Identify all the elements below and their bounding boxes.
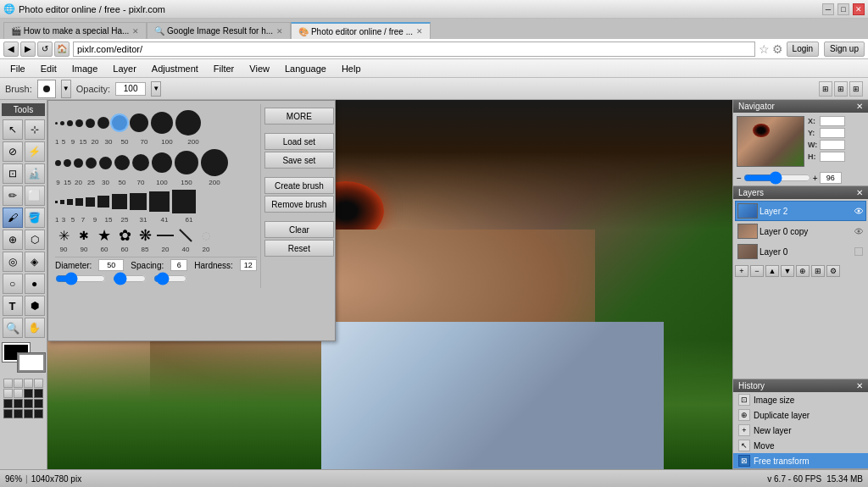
extra-tool-2[interactable] <box>14 379 23 388</box>
sq-3[interactable] <box>67 199 73 205</box>
b2-7[interactable] <box>132 154 149 171</box>
sq-7[interactable] <box>112 194 127 209</box>
special-3[interactable]: ★ <box>96 227 113 244</box>
layers-close[interactable]: ✕ <box>856 188 863 197</box>
layer-down-btn[interactable]: ▼ <box>781 265 794 277</box>
brush-dot-20[interactable] <box>86 119 95 128</box>
extra-tool-12[interactable] <box>34 399 43 408</box>
diameter-input[interactable] <box>98 259 124 271</box>
special-1[interactable]: ✳ <box>55 227 72 244</box>
b2-1[interactable] <box>55 160 61 166</box>
sq-4[interactable] <box>75 198 83 206</box>
tab-3[interactable]: 🎨 Photo editor online / free ... ✕ <box>291 22 431 39</box>
brush-dot-70[interactable] <box>130 113 148 132</box>
special-5[interactable]: ❋ <box>136 227 153 244</box>
spacing-slider[interactable] <box>113 274 147 283</box>
brush-dot-200[interactable] <box>175 110 201 136</box>
brush-dot-5[interactable] <box>60 121 64 125</box>
b2-6[interactable] <box>114 155 130 170</box>
layer-0-visibility[interactable] <box>854 246 864 257</box>
extra-tool-6[interactable] <box>14 389 23 398</box>
color-picker[interactable] <box>3 343 45 372</box>
extra-tool-4[interactable] <box>34 379 43 388</box>
magic-wand-btn[interactable]: ⚡ <box>25 141 45 162</box>
extra-tool-15[interactable] <box>24 409 33 418</box>
eyedropper-btn[interactable]: 🔬 <box>25 163 45 184</box>
spacing-input[interactable] <box>170 259 187 271</box>
brush-dot-100[interactable] <box>151 112 173 134</box>
hardness-input[interactable] <box>240 259 257 271</box>
more-btn[interactable]: MORE <box>264 108 334 125</box>
back-btn[interactable]: ◀ <box>3 42 19 57</box>
select-tool-btn[interactable]: ⊹ <box>25 119 45 140</box>
extra-tool-8[interactable] <box>34 389 43 398</box>
menu-image[interactable]: Image <box>65 62 105 75</box>
text-tool-btn[interactable]: T <box>3 296 23 316</box>
extra-tool-5[interactable] <box>3 389 13 398</box>
burn-btn[interactable]: ● <box>25 274 45 294</box>
layer-duplicate-btn[interactable]: ⊕ <box>796 265 810 277</box>
zoom-minus-icon[interactable]: − <box>737 174 742 183</box>
clear-btn[interactable]: Clear <box>264 221 334 238</box>
save-set-btn[interactable]: Save set <box>264 152 334 169</box>
gradient-btn[interactable]: ⬢ <box>25 296 45 316</box>
sq-5[interactable] <box>86 197 95 207</box>
extra-tool-16[interactable] <box>34 409 43 418</box>
star-icon[interactable]: ☆ <box>759 42 770 56</box>
toggle-layers-btn[interactable]: ⊞ <box>834 81 848 97</box>
menu-edit[interactable]: Edit <box>34 62 64 75</box>
menu-file[interactable]: File <box>3 62 32 75</box>
layer-delete-btn[interactable]: − <box>750 265 764 277</box>
clone-btn[interactable]: ⊕ <box>3 230 23 250</box>
crop-tool-btn[interactable]: ⊡ <box>3 163 23 184</box>
extra-tool-11[interactable] <box>24 399 33 408</box>
b2-3[interactable] <box>74 158 83 168</box>
eraser-btn[interactable]: ⬜ <box>25 185 45 206</box>
home-btn[interactable]: 🏠 <box>54 42 70 57</box>
menu-help[interactable]: Help <box>335 62 368 75</box>
fill-btn[interactable]: 🪣 <box>25 208 45 228</box>
history-duplicate-layer[interactable]: ⊕ Duplicate layer <box>733 407 868 423</box>
layer-up-btn[interactable]: ▲ <box>765 265 779 277</box>
zoom-slider[interactable] <box>743 174 811 182</box>
move-tool-btn[interactable]: ↖ <box>3 119 23 140</box>
remove-brush-btn[interactable]: Remove brush <box>264 196 334 213</box>
hardness-slider[interactable] <box>153 274 187 283</box>
brush-dot-15[interactable] <box>75 119 83 127</box>
tab-2-close[interactable]: ✕ <box>276 27 283 36</box>
layer-settings-btn[interactable]: ⚙ <box>826 265 840 277</box>
dodge-btn[interactable]: ○ <box>3 274 23 294</box>
extra-tool-7[interactable] <box>24 389 33 398</box>
layer-2-visibility[interactable] <box>854 206 864 216</box>
special-2[interactable]: ✱ <box>75 227 92 244</box>
layer-item-0-copy[interactable]: Layer 0 copy <box>735 221 866 241</box>
login-button[interactable]: Login <box>787 42 819 57</box>
pencil-btn[interactable]: ✏ <box>3 185 23 206</box>
sharpen-btn[interactable]: ◈ <box>25 252 45 272</box>
history-move[interactable]: ↖ Move <box>733 438 868 453</box>
history-new-layer[interactable]: + New layer <box>733 423 868 438</box>
special-4[interactable]: ✿ <box>116 227 133 244</box>
tab-2[interactable]: 🔍 Google Image Result for h... ✕ <box>147 22 291 39</box>
toggle-nav-btn[interactable]: ⊞ <box>819 81 832 97</box>
signup-button[interactable]: Sign up <box>824 42 865 57</box>
forward-btn[interactable]: ▶ <box>20 42 36 57</box>
extra-tool-1[interactable] <box>3 379 13 388</box>
extra-tool-10[interactable] <box>14 399 23 408</box>
extra-tool-13[interactable] <box>3 409 13 418</box>
extra-tool-9[interactable] <box>3 399 13 408</box>
history-free-transform[interactable]: ⊠ Free transform <box>733 453 868 468</box>
reset-btn[interactable]: Reset <box>264 240 334 257</box>
hand-tool-btn[interactable]: ✋ <box>25 318 45 338</box>
menu-filter[interactable]: Filter <box>207 62 241 75</box>
history-close[interactable]: ✕ <box>856 381 863 390</box>
zoom-input[interactable] <box>820 172 842 184</box>
sq-9[interactable] <box>149 191 170 212</box>
navigator-close[interactable]: ✕ <box>856 102 863 111</box>
brush-dot-50-selected[interactable] <box>112 115 127 130</box>
maximize-btn[interactable]: □ <box>837 3 849 15</box>
sq-6[interactable] <box>97 196 109 208</box>
menu-layer[interactable]: Layer <box>106 62 143 75</box>
opacity-input[interactable] <box>115 82 146 96</box>
layer-item-2[interactable]: Layer 2 <box>735 201 866 221</box>
